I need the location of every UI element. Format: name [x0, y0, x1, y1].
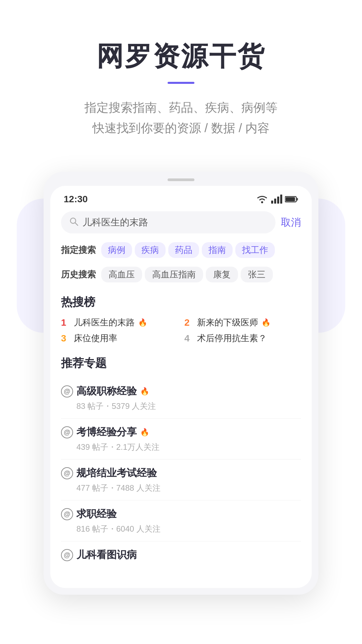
recommend-section-title: 推荐专题: [61, 356, 301, 371]
topic-name-5: 儿科看图识病: [76, 548, 137, 562]
hot-item-2[interactable]: 2 新来的下级医师 🔥: [184, 317, 301, 328]
hot-section-title: 热搜榜: [61, 294, 301, 310]
svg-rect-6: [286, 197, 295, 201]
topic-title-row-3: @ 规培结业考试经验: [61, 466, 301, 480]
hot-section: 热搜榜 1 儿科医生的末路 🔥 2 新来的下级医师 🔥 3 床位使用率: [50, 288, 312, 347]
fire-icon-2: 🔥: [261, 318, 270, 327]
topic-item-5[interactable]: @ 儿科看图识病: [61, 541, 301, 571]
phone-inner: 12:30: [50, 186, 312, 588]
topic-meta-2: 439 帖子・2.1万人关注: [61, 442, 301, 452]
hot-text-4: 术后停用抗生素？: [197, 332, 267, 344]
hot-rank-4: 4: [184, 333, 194, 344]
phone-wrapper: 12:30: [30, 172, 332, 595]
battery-icon: [285, 196, 298, 203]
topic-meta-3: 477 帖子・7488 人关注: [61, 483, 301, 493]
topic-meta-1: 83 帖子・5379 人关注: [61, 401, 301, 412]
search-placeholder: 儿科医生的末路: [82, 216, 148, 229]
tab-item-binglie[interactable]: 病例: [101, 242, 132, 258]
status-time: 12:30: [64, 194, 88, 205]
wifi-icon: [256, 195, 268, 204]
tabs-section: 指定搜索 病例 疾病 药品 指南 找工作: [50, 237, 312, 263]
svg-point-0: [261, 201, 263, 203]
title-underline: [168, 82, 194, 84]
svg-rect-2: [274, 199, 276, 204]
hot-rank-2: 2: [184, 317, 194, 328]
hot-rank-1: 1: [61, 317, 70, 328]
hot-item-3[interactable]: 3 床位使用率: [61, 332, 178, 344]
main-title: 网罗资源干货: [13, 40, 349, 72]
history-tag-gaoxueyazhinan[interactable]: 高血压指南: [145, 267, 203, 282]
topic-item-1[interactable]: @ 高级职称经验 🔥 83 帖子・5379 人关注: [61, 378, 301, 419]
topic-name-1: 高级职称经验: [76, 384, 137, 398]
hot-text-3: 床位使用率: [74, 332, 117, 344]
status-icons: [256, 195, 298, 204]
tab-item-zhaozhiye[interactable]: 找工作: [235, 242, 275, 258]
recommend-section: 推荐专题 @ 高级职称经验 🔥 83 帖子・5379 人关注 @ 考博经验分享 …: [50, 347, 312, 575]
svg-rect-4: [280, 195, 282, 204]
tab-item-jibing[interactable]: 疾病: [135, 242, 166, 258]
hot-text-2: 新来的下级医师: [197, 317, 258, 328]
topic-name-3: 规培结业考试经验: [76, 466, 157, 480]
phone-mockup: 12:30: [44, 172, 318, 595]
tab-item-yaopin[interactable]: 药品: [168, 242, 199, 258]
history-section: 历史搜索 高血压 高血压指南 康复 张三: [50, 263, 312, 288]
svg-rect-3: [277, 197, 279, 204]
topic-item-2[interactable]: @ 考博经验分享 🔥 439 帖子・2.1万人关注: [61, 419, 301, 460]
hot-item-1[interactable]: 1 儿科医生的末路 🔥: [61, 317, 178, 328]
search-bar-row: 儿科医生的末路 取消: [50, 208, 312, 237]
tab-item-zhinan[interactable]: 指南: [202, 242, 233, 258]
subtitle: 指定搜索指南、药品、疾病、病例等 快速找到你要的资源 / 数据 / 内容: [13, 97, 349, 138]
svg-line-9: [75, 223, 78, 225]
topic-item-3[interactable]: @ 规培结业考试经验 477 帖子・7488 人关注: [61, 460, 301, 500]
topic-at-icon-1: @: [61, 385, 73, 397]
history-tag-zhangsan[interactable]: 张三: [241, 267, 273, 282]
drag-handle: [168, 178, 194, 181]
signal-icon: [271, 195, 282, 204]
topic-title-row-2: @ 考博经验分享 🔥: [61, 425, 301, 439]
topic-at-icon-5: @: [61, 549, 73, 561]
tabs-label: 指定搜索: [61, 244, 96, 256]
topic-meta-4: 816 帖子・6040 人关注: [61, 524, 301, 534]
topic-title-row-1: @ 高级职称经验 🔥: [61, 384, 301, 398]
topic-at-icon-2: @: [61, 426, 73, 438]
topic-title-row-4: @ 求职经验: [61, 507, 301, 521]
topic-title-row-5: @ 儿科看图识病: [61, 548, 301, 562]
hot-item-4[interactable]: 4 术后停用抗生素？: [184, 332, 301, 344]
hot-grid: 1 儿科医生的末路 🔥 2 新来的下级医师 🔥 3 床位使用率 4: [61, 317, 301, 344]
svg-rect-1: [271, 201, 273, 204]
history-label: 历史搜索: [61, 269, 96, 280]
cancel-button[interactable]: 取消: [281, 216, 301, 229]
search-input-box[interactable]: 儿科医生的末路: [61, 211, 276, 233]
topic-name-2: 考博经验分享: [76, 425, 137, 439]
hot-text-1: 儿科医生的末路: [74, 317, 135, 328]
svg-rect-7: [297, 198, 298, 201]
fire-icon-1: 🔥: [138, 318, 147, 327]
hot-rank-3: 3: [61, 333, 70, 344]
topic-fire-2: 🔥: [140, 428, 149, 437]
topic-at-icon-3: @: [61, 467, 73, 479]
topic-fire-1: 🔥: [140, 387, 149, 396]
search-icon: [69, 217, 78, 228]
history-tag-gaoxueya[interactable]: 高血压: [101, 267, 142, 282]
status-bar: 12:30: [50, 186, 312, 208]
topic-item-4[interactable]: @ 求职经验 816 帖子・6040 人关注: [61, 500, 301, 541]
top-section: 网罗资源干货 指定搜索指南、药品、疾病、病例等 快速找到你要的资源 / 数据 /…: [0, 0, 362, 158]
history-tag-kangfu[interactable]: 康复: [206, 267, 238, 282]
topic-name-4: 求职经验: [76, 507, 117, 521]
topic-at-icon-4: @: [61, 508, 73, 520]
